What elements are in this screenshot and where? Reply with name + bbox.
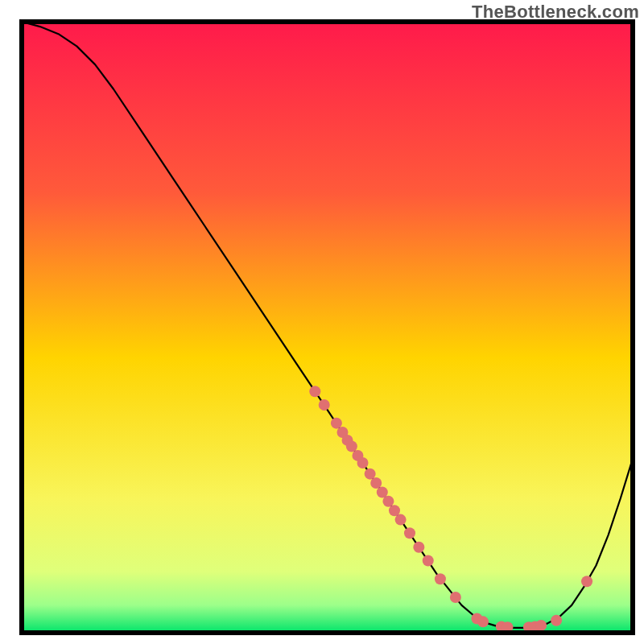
data-marker <box>535 620 547 631</box>
data-marker <box>389 505 400 516</box>
data-marker <box>357 457 369 469</box>
plot-background <box>22 22 633 633</box>
chart-container: TheBottleneck.com <box>0 0 644 644</box>
data-marker <box>346 441 357 452</box>
watermark-text: TheBottleneck.com <box>472 2 639 23</box>
data-marker <box>581 576 592 587</box>
data-marker <box>404 527 415 539</box>
data-marker <box>477 616 489 627</box>
data-marker <box>309 386 320 397</box>
data-marker <box>365 469 376 480</box>
data-marker <box>450 592 461 603</box>
data-marker <box>423 555 434 566</box>
data-marker <box>395 514 407 526</box>
data-marker <box>382 496 394 507</box>
data-marker <box>319 399 330 411</box>
data-marker <box>370 477 382 489</box>
data-marker <box>377 486 388 497</box>
bottleneck-chart <box>0 0 644 644</box>
data-marker <box>331 418 342 429</box>
data-marker <box>413 542 424 553</box>
data-marker <box>551 615 562 626</box>
data-marker <box>435 573 446 584</box>
